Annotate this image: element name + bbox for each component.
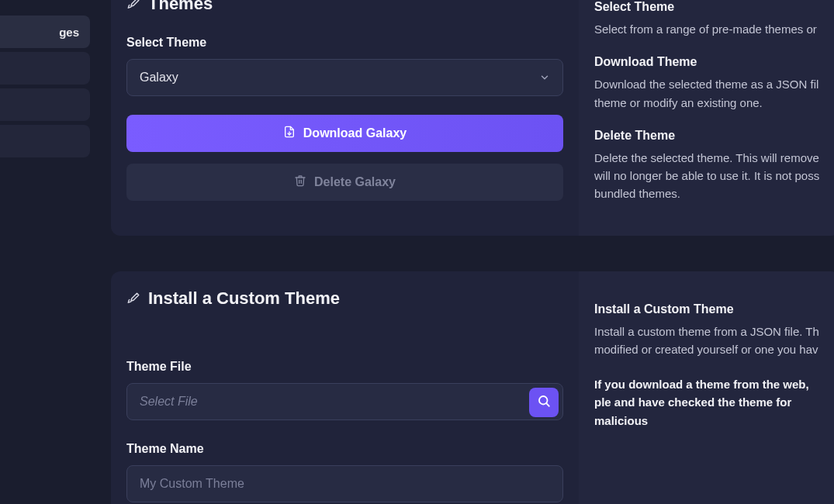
theme-file-placeholder: Select File: [140, 395, 198, 409]
paintbrush-icon: [126, 292, 140, 306]
paintbrush-icon: [126, 0, 140, 11]
theme-name-label: Theme Name: [126, 442, 563, 456]
theme-name-input[interactable]: [126, 465, 563, 502]
info-delete-title: Delete Theme: [594, 129, 825, 143]
sidebar-item[interactable]: ges: [0, 16, 90, 48]
svg-line-2: [546, 403, 549, 406]
card-title: Install a Custom Theme: [148, 288, 340, 309]
sidebar-item[interactable]: [0, 88, 90, 121]
card-title: Themes: [148, 0, 213, 14]
info-install-title: Install a Custom Theme: [594, 302, 825, 316]
download-icon: [283, 126, 296, 141]
info-download-title: Download Theme: [594, 55, 825, 69]
info-install-body: Install a custom theme from a JSON file.…: [594, 323, 825, 359]
theme-file-input[interactable]: Select File: [126, 383, 563, 420]
select-theme-label: Select Theme: [126, 36, 563, 50]
info-download-body: Download the selected theme as a JSON fi…: [594, 75, 825, 112]
download-theme-button[interactable]: Download Galaxy: [126, 115, 563, 152]
search-icon: [537, 394, 551, 411]
info-install-warning: If you download a theme from the web, pl…: [594, 378, 809, 427]
download-button-label: Download Galaxy: [303, 126, 407, 140]
theme-file-label: Theme File: [126, 360, 563, 374]
delete-button-label: Delete Galaxy: [314, 175, 396, 189]
sidebar-item[interactable]: [0, 52, 90, 85]
chevron-down-icon: [539, 72, 550, 83]
sidebar-item-label: ges: [59, 26, 79, 39]
themes-card: Themes Select Theme Galaxy Download Gala…: [111, 0, 834, 236]
install-theme-card: Install a Custom Theme Theme File Select…: [111, 271, 834, 505]
theme-select[interactable]: Galaxy: [126, 59, 563, 96]
sidebar: ges: [0, 0, 90, 504]
info-delete-body: Delete the selected theme. This will rem…: [594, 149, 825, 203]
info-select-title: Select Theme: [594, 0, 825, 14]
theme-select-value: Galaxy: [140, 71, 178, 85]
info-select-body: Select from a range of pre-made themes o…: [594, 20, 825, 38]
delete-theme-button[interactable]: Delete Galaxy: [126, 164, 563, 201]
sidebar-item[interactable]: [0, 125, 90, 157]
browse-file-button[interactable]: [529, 388, 559, 417]
trash-icon: [294, 174, 306, 190]
